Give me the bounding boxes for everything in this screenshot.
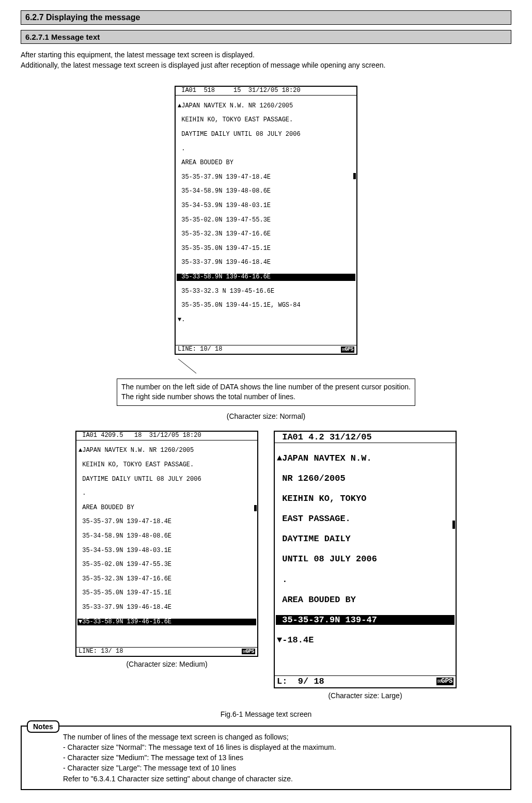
msg-line: 35-35-35.0N 139-47-15.1E [77,590,256,597]
msg-line: DAYTIME DAILY UNTIL 08 JULY 2006 [177,131,355,138]
notes-item-1: - Character size "Normal": The message t… [63,743,336,751]
figure-caption: Fig.6-1 Message text screen [21,710,511,718]
screen-large-header: IA01 4.2 31/12/05 [275,432,456,444]
msg-line: 35-35-32.3N 139-47-16.6E [77,576,256,583]
screen-large: IA01 4.2 31/12/05 ▲JAPAN NAVTEX N.W. NR … [274,431,457,688]
msg-line: 35-35-37.9N 139-47-18.4E [177,174,355,181]
msg-line: 35-34-58.9N 139-48-08.6E [77,533,256,540]
screen-large-body: ▲JAPAN NAVTEX N.W. NR 1260/2005 KEIHIN K… [275,443,456,675]
msg-line-highlight: ▼35-33-58.9N 139-46-16.6E [77,619,256,626]
scroll-thumb-icon [452,521,455,529]
screen-normal: IA01 518 15 31/12/05 18:20 ▲JAPAN NAVTEX… [175,86,357,354]
screen-normal-footer: LINE: 10/ 18 ✉GPS [176,345,356,354]
msg-line-highlight: 35-35-37.9N 139-47 [276,615,455,625]
screen-medium-block: IA01 4209.5 18 31/12/05 18:20 ▲JAPAN NAV… [75,431,258,700]
msg-line: 35-35-35.0N 139-47-15.1E [177,245,355,253]
msg-line: ▼-18.4E [276,635,455,645]
msg-line: . [177,146,355,153]
screen-medium-footer: LINE: 13/ 18 ✉GPS [76,647,257,656]
msg-line: . [276,575,455,585]
msg-line: UNTIL 08 JULY 2006 [276,554,455,564]
line-counter: L: 9/ 18 [277,676,324,687]
msg-line: 35-35-02.0N 139-47-55.3E [77,561,256,569]
screen-medium-body: ▲JAPAN NAVTEX N.W. NR 1260/2005 KEIHIN K… [76,440,257,647]
msg-line: AREA BOUDED BY [77,505,256,512]
notes-item-3: - Character size "Large": The message te… [63,764,236,772]
msg-line: 35-35-35.0N 139-44-15.1E, WGS-84 [177,302,355,309]
msg-line-highlight: 35-33-58.9N 139-46-16.6E [177,274,355,281]
screen-medium-header: IA01 4209.5 18 31/12/05 18:20 [76,432,257,440]
msg-line: EAST PASSAGE. [276,514,455,524]
screens-row: IA01 4209.5 18 31/12/05 18:20 ▲JAPAN NAV… [21,431,511,700]
callout-box: The number on the left side of DATA show… [117,379,415,406]
intro-line-2: Additionally, the latest message text sc… [21,61,385,69]
svg-line-0 [178,359,196,373]
msg-line: KEIHIN KO, TOKYO [276,494,455,504]
msg-line: ▲JAPAN NAVTEX N.W. [276,453,455,464]
caption-medium: (Character size: Medium) [75,660,258,668]
callout-pointer-icon [176,359,207,374]
caption-normal: (Character size: Normal) [21,412,511,420]
notes-box: Notes The number of lines of the message… [21,726,511,790]
callout-text: The number on the left side of DATA show… [121,383,411,401]
notes-label: Notes [27,720,59,733]
msg-line: 35-34-58.9N 139-48-08.6E [177,188,355,195]
msg-line: 35-33-32.3 N 139-45-16.6E [177,288,355,295]
caption-large: (Character size: Large) [274,691,457,700]
msg-line: DAYTIME DAILY [276,534,455,544]
notes-content: The number of lines of the message text … [63,732,503,784]
msg-line: AREA BOUDED BY [177,160,355,167]
msg-line: 35-33-37.9N 139-46-18.4E [177,259,355,266]
msg-line: 35-35-02.0N 139-47-55.3E [177,217,355,224]
status-icons: ✉GPS [242,649,255,655]
screen-large-block: IA01 4.2 31/12/05 ▲JAPAN NAVTEX N.W. NR … [274,431,457,700]
subsection-header: 6.2.7.1 Message text [21,30,511,44]
notes-refer: Refer to "6.3.4.1 Character size setting… [63,775,293,783]
msg-line: AREA BOUDED BY [276,595,455,605]
msg-line: ▲JAPAN NAVTEX N.W. NR 1260/2005 [177,103,355,110]
msg-line: KEIHIN KO, TOKYO EAST PASSAGE. [77,462,256,469]
msg-line: 35-35-32.3N 139-47-16.6E [177,231,355,238]
scroll-thumb-icon [254,505,257,511]
status-icons: ✉GPS [341,347,354,353]
msg-line: NR 1260/2005 [276,474,455,484]
msg-line: ▼. [177,317,355,324]
section-header: 6.2.7 Displaying the message [21,10,511,25]
intro-paragraph: After starting this equipment, the lates… [21,50,511,70]
msg-line: 35-34-53.9N 139-48-03.1E [77,547,256,555]
msg-line: 35-35-37.9N 139-47-18.4E [77,518,256,526]
intro-line-1: After starting this equipment, the lates… [21,51,255,59]
msg-line: 35-33-37.9N 139-46-18.4E [77,604,256,611]
screen-medium: IA01 4209.5 18 31/12/05 18:20 ▲JAPAN NAV… [75,431,258,657]
msg-line: ▲JAPAN NAVTEX N.W. NR 1260/2005 [77,447,256,454]
notes-item-2: - Character size "Medium": The message t… [63,753,243,762]
status-icons: ✉GPS [436,678,453,685]
line-counter: LINE: 13/ 18 [79,648,123,655]
msg-line: KEIHIN KO, TOKYO EAST PASSAGE. [177,117,355,124]
line-counter: LINE: 10/ 18 [178,346,222,353]
msg-line: DAYTIME DAILY UNTIL 08 JULY 2006 [77,476,256,483]
notes-intro: The number of lines of the message text … [63,733,289,741]
screen-large-footer: L: 9/ 18 ✉GPS [275,675,456,687]
scroll-thumb-icon [353,173,356,179]
msg-line: . [77,490,256,497]
screen-normal-body: ▲JAPAN NAVTEX N.W. NR 1260/2005 KEIHIN K… [176,96,356,345]
screen-normal-header: IA01 518 15 31/12/05 18:20 [176,87,356,96]
screen-normal-container: IA01 518 15 31/12/05 18:20 ▲JAPAN NAVTEX… [21,86,511,354]
msg-line: 35-34-53.9N 139-48-03.1E [177,202,355,210]
